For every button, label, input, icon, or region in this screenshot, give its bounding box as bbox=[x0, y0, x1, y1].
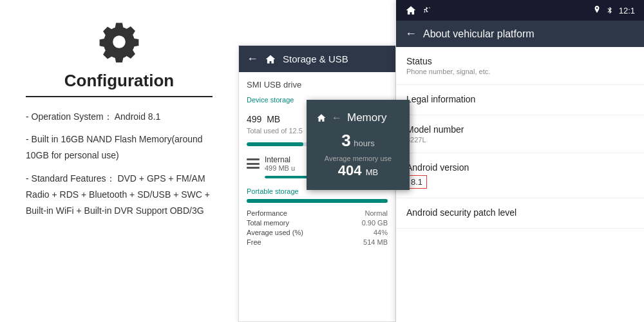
memory-home-icon bbox=[316, 113, 327, 122]
avg-mem-val-wrap: 404 MB bbox=[338, 162, 378, 179]
storage-size-value: 499 bbox=[247, 114, 261, 124]
statusbar-home-icon bbox=[405, 5, 417, 15]
perf-value: 0.90 GB bbox=[362, 219, 388, 227]
statusbar-right: 12:1 bbox=[593, 5, 635, 15]
security-row: Android security patch level bbox=[406, 207, 634, 219]
perf-rows: PerformanceNormalTotal memory0.90 GBAver… bbox=[247, 209, 388, 246]
avg-mem-label: Average memory use bbox=[325, 155, 392, 162]
about-body: Status Phone number, signal, etc.Legal i… bbox=[396, 47, 644, 322]
perf-label: Average used (%) bbox=[247, 229, 303, 236]
about-panel: 12:1 ← About vehicular platform Status P… bbox=[396, 0, 644, 322]
storage-size-unit: MB bbox=[267, 114, 280, 124]
perf-row: Free514 MB bbox=[247, 238, 388, 246]
config-item-2: - Built in 16GB NAND Flash Memory(around… bbox=[26, 131, 213, 164]
about-item-sub: Phone number, signal, etc. bbox=[406, 68, 634, 75]
gear-icon bbox=[97, 19, 142, 64]
about-item[interactable]: Legal information bbox=[396, 85, 644, 115]
usb-icon bbox=[423, 5, 433, 15]
portable-bar bbox=[247, 199, 388, 203]
config-item-3: - Standard Features： DVD + GPS + FM/AM R… bbox=[26, 171, 213, 220]
statusbar-left bbox=[405, 5, 433, 15]
about-item[interactable]: Status Phone number, signal, etc. bbox=[396, 47, 644, 85]
memory-hours-unit: hours bbox=[354, 138, 375, 148]
perf-value: 44% bbox=[374, 229, 388, 236]
config-icon-wrap bbox=[26, 19, 213, 64]
memory-header-row: ← Memory bbox=[307, 111, 410, 124]
avg-mem-value: 404 MB bbox=[338, 162, 378, 178]
about-item-title: Model number bbox=[406, 124, 634, 135]
storage-bar-fill bbox=[247, 142, 303, 146]
perf-label: Performance bbox=[247, 209, 287, 217]
home-icon bbox=[265, 54, 276, 64]
smi-label: SMI USB drive bbox=[247, 80, 388, 90]
storage-title: Storage & USB bbox=[283, 53, 348, 64]
perf-value: 514 MB bbox=[363, 238, 388, 246]
bluetooth-icon bbox=[606, 5, 614, 15]
memory-overlay: ← Memory 3 hours Average memory use 404 … bbox=[307, 100, 410, 190]
left-panel: Configuration - Operation System： Androi… bbox=[0, 0, 238, 322]
memory-title: Memory bbox=[347, 111, 386, 124]
storage-back-button[interactable]: ← bbox=[247, 52, 258, 66]
memory-back-button[interactable]: ← bbox=[332, 112, 342, 124]
about-item[interactable]: Android version 8.1 bbox=[396, 153, 644, 198]
internal-label: Internal bbox=[265, 155, 295, 164]
perf-label: Free bbox=[247, 238, 261, 246]
about-item[interactable]: Model number 8227L bbox=[396, 115, 644, 153]
config-list: - Operation System： Android 8.1 - Built … bbox=[26, 109, 213, 225]
perf-row: PerformanceNormal bbox=[247, 209, 388, 217]
about-item-title: Legal information bbox=[406, 94, 634, 104]
about-header: ← About vehicular platform bbox=[396, 21, 644, 47]
about-title: About vehicular platform bbox=[423, 28, 535, 40]
about-back-button[interactable]: ← bbox=[405, 27, 417, 41]
about-item-title: Android version bbox=[406, 162, 634, 173]
perf-label: Total memory bbox=[247, 219, 289, 227]
svg-point-0 bbox=[113, 35, 126, 48]
config-item-1: - Operation System： Android 8.1 bbox=[26, 109, 213, 125]
avg-mem-unit: MB bbox=[366, 167, 379, 177]
about-item-title: Status bbox=[406, 56, 634, 66]
storage-header: ← Storage & USB bbox=[239, 46, 395, 72]
perf-value: Normal bbox=[365, 209, 388, 217]
internal-mb: 499 MB u bbox=[265, 164, 295, 172]
perf-row: Total memory0.90 GB bbox=[247, 219, 388, 227]
memory-hours-wrap: 3 hours bbox=[341, 131, 374, 151]
status-time: 12:1 bbox=[619, 6, 635, 15]
about-item[interactable]: Android security patch level bbox=[396, 198, 644, 229]
config-title: Configuration bbox=[26, 71, 213, 97]
location-icon bbox=[593, 5, 601, 15]
perf-row: Average used (%)44% bbox=[247, 229, 388, 236]
memory-hours-value: 3 bbox=[341, 131, 350, 150]
statusbar: 12:1 bbox=[396, 0, 644, 21]
server-icon bbox=[247, 158, 260, 169]
about-item-title: Android security patch level bbox=[406, 207, 516, 218]
about-item-sub: 8227L bbox=[406, 136, 634, 144]
